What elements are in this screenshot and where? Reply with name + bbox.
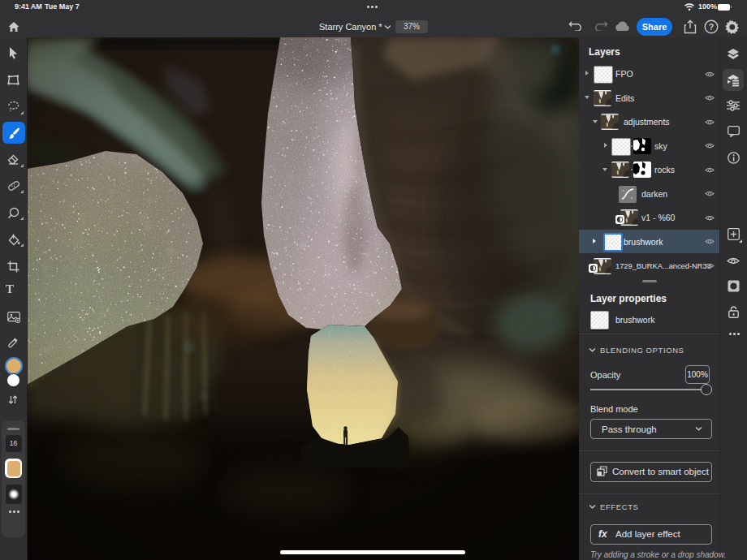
svg-text:?: ? bbox=[709, 22, 714, 32]
